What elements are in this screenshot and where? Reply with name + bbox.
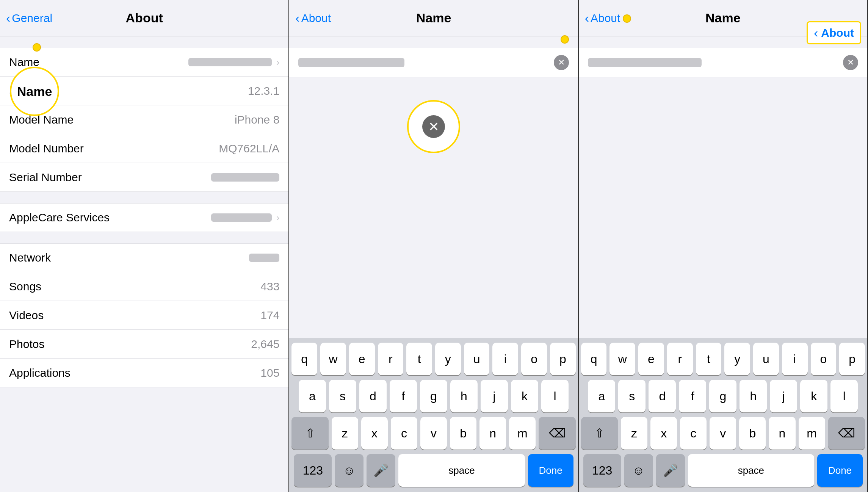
key-emoji-p3[interactable]: ☺ — [624, 454, 653, 487]
songs-count: 433 — [260, 280, 279, 293]
key-t-p2[interactable]: t — [406, 343, 432, 375]
key-j-p2[interactable]: j — [481, 380, 508, 412]
key-c-p2[interactable]: c — [391, 417, 417, 450]
key-f-p2[interactable]: f — [390, 380, 417, 412]
nav-title-name-p3: Name — [705, 11, 741, 25]
key-g-p2[interactable]: g — [420, 380, 447, 412]
key-w-p2[interactable]: w — [320, 343, 346, 375]
name-text-input[interactable] — [298, 58, 404, 67]
row-modelnumber-value: MQ762LL/A — [219, 142, 279, 155]
key-d-p2[interactable]: d — [359, 380, 387, 412]
key-b-p2[interactable]: b — [450, 417, 476, 450]
videos-count: 174 — [260, 309, 279, 322]
name-text-input-p3[interactable] — [588, 58, 702, 67]
row-software-value: 12.3.1 — [248, 85, 279, 97]
model-number-value: MQ762LL/A — [219, 142, 279, 155]
key-q-p3[interactable]: q — [581, 343, 607, 375]
key-r-p2[interactable]: r — [378, 343, 404, 375]
row-serial-label: Serial Number — [9, 171, 82, 184]
key-x-p2[interactable]: x — [361, 417, 388, 450]
key-w-p3[interactable]: w — [609, 343, 635, 375]
key-r-p3[interactable]: r — [667, 343, 693, 375]
chevron-left-icon-p3: ‹ — [585, 11, 589, 25]
key-h-p3[interactable]: h — [740, 380, 767, 412]
key-o-p2[interactable]: o — [521, 343, 547, 375]
key-a-p3[interactable]: a — [588, 380, 615, 412]
row-serial-value — [211, 173, 279, 182]
row-applecare[interactable]: AppleCare Services › — [0, 203, 288, 232]
key-f-p3[interactable]: f — [679, 380, 706, 412]
key-y-p3[interactable]: y — [724, 343, 750, 375]
key-a-p2[interactable]: a — [299, 380, 326, 412]
key-v-p3[interactable]: v — [710, 417, 736, 450]
key-h-p2[interactable]: h — [450, 380, 478, 412]
panel-3-name-annotation: ‹ About Name ‹ About ✕ q w e r t — [579, 0, 868, 492]
key-l-p3[interactable]: l — [830, 380, 858, 412]
key-n-p3[interactable]: n — [769, 417, 795, 450]
row-songs-value: 433 — [260, 280, 279, 293]
back-button-about-p3[interactable]: ‹ About — [585, 11, 620, 25]
key-b-p3[interactable]: b — [739, 417, 766, 450]
key-backspace-p3[interactable]: ⌫ — [828, 417, 865, 450]
applecare-blurred — [211, 213, 272, 222]
key-m-p2[interactable]: m — [509, 417, 536, 450]
key-z-p2[interactable]: z — [332, 417, 358, 450]
annotation-dot-name — [33, 43, 41, 52]
key-i-p3[interactable]: i — [782, 343, 808, 375]
key-p-p3[interactable]: p — [839, 343, 865, 375]
back-button-about-p2[interactable]: ‹ About — [295, 11, 331, 25]
key-num-p3[interactable]: 123 — [583, 454, 621, 487]
key-i-p2[interactable]: i — [492, 343, 518, 375]
row-network-label: Network — [9, 251, 51, 264]
name-edit-content: ✕ ✕ q w e r t y u i o — [289, 36, 578, 492]
clear-button-p3[interactable]: ✕ — [843, 55, 858, 70]
key-d-p3[interactable]: d — [649, 380, 676, 412]
row-songs: Songs 433 — [0, 272, 288, 301]
key-o-p3[interactable]: o — [811, 343, 837, 375]
key-space-p3[interactable]: space — [688, 454, 814, 487]
key-p-p2[interactable]: p — [550, 343, 576, 375]
key-j-p3[interactable]: j — [770, 380, 797, 412]
key-done-p2[interactable]: Done — [528, 454, 573, 487]
key-u-p2[interactable]: u — [464, 343, 490, 375]
key-c-p3[interactable]: c — [680, 417, 707, 450]
key-g-p3[interactable]: g — [709, 380, 736, 412]
key-x-p3[interactable]: x — [650, 417, 677, 450]
clear-button[interactable]: ✕ — [554, 55, 569, 70]
key-v-p2[interactable]: v — [420, 417, 447, 450]
key-e-p2[interactable]: e — [349, 343, 375, 375]
key-emoji-p2[interactable]: ☺ — [335, 454, 363, 487]
keyboard-row-1-p2: q w e r t y u i o p — [291, 343, 575, 375]
back-button-general[interactable]: ‹ General — [6, 11, 52, 25]
key-shift-p3[interactable]: ⇧ — [581, 417, 618, 450]
key-l-p2[interactable]: l — [541, 380, 569, 412]
big-circle-x: ✕ — [407, 100, 460, 153]
row-photos-value: 2,645 — [251, 338, 279, 351]
key-done-p3[interactable]: Done — [817, 454, 863, 487]
key-mic-p2[interactable]: 🎤 — [367, 454, 395, 487]
row-applecare-value: › — [211, 212, 280, 224]
row-songs-label: Songs — [9, 280, 41, 293]
key-k-p3[interactable]: k — [800, 380, 827, 412]
key-mic-p3[interactable]: 🎤 — [656, 454, 685, 487]
key-m-p3[interactable]: m — [799, 417, 825, 450]
key-z-p3[interactable]: z — [621, 417, 647, 450]
key-q-p2[interactable]: q — [291, 343, 317, 375]
key-t-p3[interactable]: t — [696, 343, 722, 375]
key-k-p2[interactable]: k — [511, 380, 538, 412]
text-field-section: ✕ — [289, 48, 578, 77]
key-s-p2[interactable]: s — [329, 380, 356, 412]
keyboard-row-2-p2: a s d f g h j k l — [291, 380, 575, 412]
key-y-p2[interactable]: y — [435, 343, 461, 375]
key-n-p2[interactable]: n — [479, 417, 506, 450]
key-u-p3[interactable]: u — [753, 343, 779, 375]
key-num-p2[interactable]: 123 — [294, 454, 332, 487]
key-backspace-p2[interactable]: ⌫ — [539, 417, 575, 450]
serial-blurred — [211, 173, 279, 182]
panel-2-name-edit: ‹ About Name ✕ ✕ — [289, 0, 578, 492]
key-e-p3[interactable]: e — [638, 343, 664, 375]
keyboard-row-2-p3: a s d f g h j k l — [581, 380, 865, 412]
key-s-p3[interactable]: s — [618, 380, 646, 412]
key-shift-p2[interactable]: ⇧ — [291, 417, 328, 450]
key-space-p2[interactable]: space — [398, 454, 525, 487]
